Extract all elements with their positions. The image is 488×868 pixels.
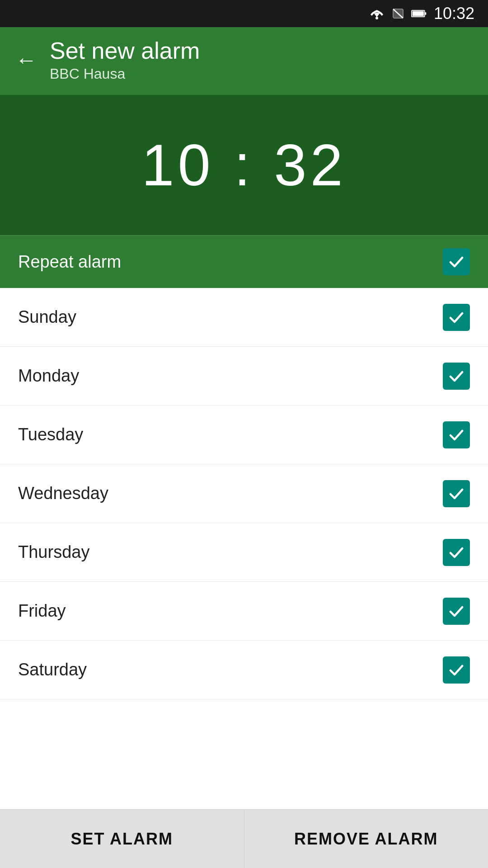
no-sim-icon (391, 7, 405, 20)
day-checkbox-saturday[interactable] (443, 656, 470, 684)
day-label-wednesday: Wednesday (18, 484, 108, 503)
checkmark-icon (448, 485, 465, 502)
status-icons: 10:32 (369, 4, 474, 23)
day-label-saturday: Saturday (18, 660, 87, 679)
days-list: Sunday Monday Tuesday Wednesday Thursday… (0, 288, 488, 809)
svg-rect-5 (425, 12, 427, 14)
wifi-icon (369, 7, 385, 20)
status-time: 10:32 (434, 4, 474, 23)
svg-point-0 (375, 17, 378, 19)
checkmark-icon (448, 661, 465, 679)
day-checkbox-thursday[interactable] (443, 539, 470, 566)
page-title: Set new alarm (50, 38, 200, 64)
day-label-monday: Monday (18, 366, 79, 386)
day-row[interactable]: Friday (0, 582, 488, 641)
day-checkbox-monday[interactable] (443, 363, 470, 390)
header-text: Set new alarm BBC Hausa (50, 38, 200, 82)
day-label-friday: Friday (18, 601, 66, 621)
alarm-time-display[interactable]: 10 : 32 (141, 131, 347, 199)
day-row[interactable]: Monday (0, 347, 488, 406)
main-content: ← Set new alarm BBC Hausa 10 : 32 Repeat… (0, 27, 488, 809)
day-row[interactable]: Thursday (0, 523, 488, 582)
day-row[interactable]: Wednesday (0, 464, 488, 523)
time-section: 10 : 32 (0, 95, 488, 235)
bottom-buttons: SET ALARM REMOVE ALARM (0, 809, 488, 868)
alarm-hours: 10 (141, 132, 214, 198)
checkmark-icon (448, 309, 465, 326)
repeat-alarm-section[interactable]: Repeat alarm (0, 235, 488, 288)
time-separator: : (234, 132, 254, 198)
day-checkbox-friday[interactable] (443, 598, 470, 625)
day-label-sunday: Sunday (18, 307, 76, 327)
repeat-alarm-label: Repeat alarm (18, 252, 121, 272)
day-checkbox-wednesday[interactable] (443, 480, 470, 507)
svg-rect-4 (413, 11, 424, 16)
day-row[interactable]: Sunday (0, 288, 488, 347)
checkmark-icon (448, 426, 465, 443)
checkmark-icon (448, 603, 465, 620)
day-row[interactable]: Tuesday (0, 406, 488, 464)
day-label-tuesday: Tuesday (18, 425, 83, 444)
remove-alarm-button[interactable]: REMOVE ALARM (244, 810, 488, 868)
day-checkbox-tuesday[interactable] (443, 421, 470, 448)
station-name: BBC Hausa (50, 66, 200, 82)
day-checkbox-sunday[interactable] (443, 304, 470, 331)
battery-icon (411, 9, 427, 19)
repeat-alarm-checkbox[interactable] (443, 248, 470, 275)
set-alarm-button[interactable]: SET ALARM (0, 810, 244, 868)
repeat-alarm-check-icon (448, 253, 465, 270)
alarm-minutes: 32 (274, 132, 347, 198)
checkmark-icon (448, 368, 465, 385)
day-label-thursday: Thursday (18, 542, 89, 562)
day-row[interactable]: Saturday (0, 641, 488, 699)
checkmark-icon (448, 544, 465, 561)
back-button[interactable]: ← (14, 47, 39, 73)
status-bar: 10:32 (0, 0, 488, 27)
app-header: ← Set new alarm BBC Hausa (0, 27, 488, 95)
